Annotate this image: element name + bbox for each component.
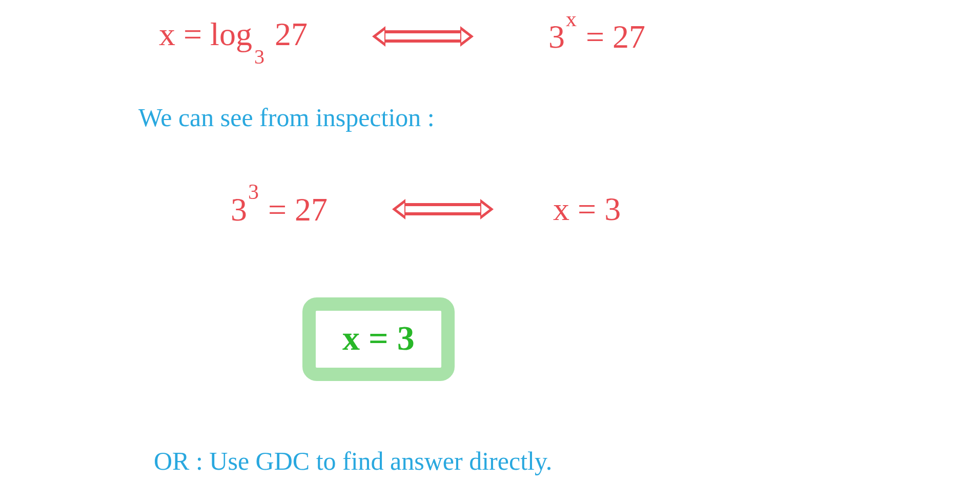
- eq1-right-rest: = 27: [578, 18, 645, 55]
- eq1-right-exp: x: [565, 7, 578, 31]
- eq2-left-base: 3: [231, 191, 247, 228]
- explanation-text-label: We can see from inspection :: [138, 103, 435, 132]
- iff-arrow-1: [374, 26, 472, 47]
- eq1-left: x = log3 27: [159, 15, 308, 57]
- explanation-text: We can see from inspection :: [138, 103, 435, 132]
- equation-line-1: x = log3 27 3x = 27: [159, 15, 645, 57]
- eq1-right: 3x = 27: [548, 17, 645, 56]
- alternative-text-label: OR : Use GDC to find answer directly.: [154, 446, 552, 476]
- equation-line-2: 33 = 27 x = 3: [231, 190, 621, 229]
- eq2-left-rest: = 27: [260, 191, 328, 228]
- answer-box: x = 3: [302, 297, 455, 381]
- eq1-log-arg: 27: [267, 16, 308, 52]
- eq2-left: 33 = 27: [231, 190, 328, 229]
- eq1-log-base: 3: [252, 45, 267, 68]
- eq1-right-base: 3: [548, 18, 565, 55]
- alternative-text: OR : Use GDC to find answer directly.: [154, 446, 552, 476]
- iff-arrow-2: [394, 199, 492, 219]
- math-worked-example: x = log3 27 3x = 27 We can see from insp…: [0, 0, 980, 501]
- eq2-right: x = 3: [553, 190, 621, 228]
- final-answer: x = 3: [342, 318, 415, 357]
- eq1-left-text: x = log: [159, 16, 252, 52]
- eq2-left-exp: 3: [247, 180, 260, 204]
